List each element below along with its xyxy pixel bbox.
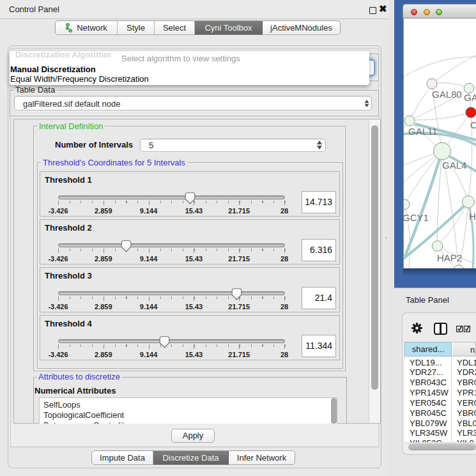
svg-text:GCY1: GCY1 [404,212,429,223]
svg-text:C: C [470,119,476,130]
svg-text:GAL80: GAL80 [432,89,462,100]
svg-text:GA: GA [464,92,476,103]
svg-text:HAP2: HAP2 [437,252,462,263]
svg-text:H: H [469,211,476,222]
svg-text:GAL11: GAL11 [408,126,438,137]
svg-text:GAL4: GAL4 [442,160,466,171]
